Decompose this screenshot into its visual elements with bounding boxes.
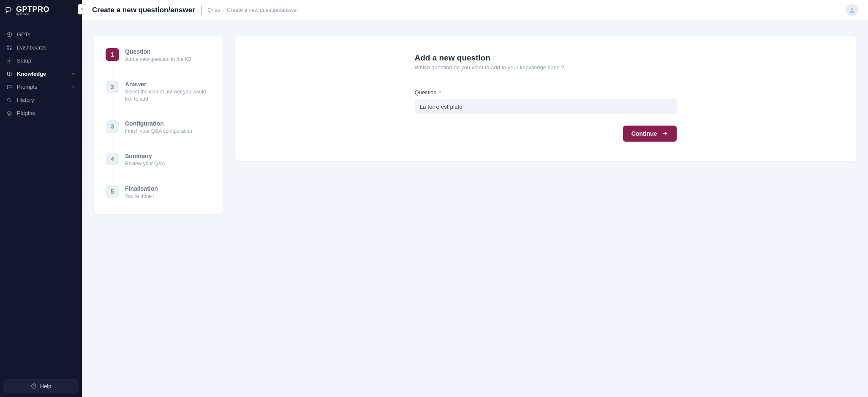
svg-rect-3 xyxy=(10,48,11,50)
sidebar: GPTPRO by Witivio GPTs Dashboards Setup xyxy=(0,0,82,397)
step-number: 2 xyxy=(106,81,119,93)
chevron-left-double-icon xyxy=(79,7,84,12)
question-input[interactable] xyxy=(415,99,677,114)
step-title: Question xyxy=(125,48,191,55)
step-answer[interactable]: 2 Answer Select the kind of answer you w… xyxy=(106,81,211,120)
brand-logo[interactable]: GPTPRO by Witivio xyxy=(0,0,82,20)
svg-rect-2 xyxy=(7,48,9,50)
step-number: 4 xyxy=(106,153,119,165)
continue-label: Continue xyxy=(631,130,657,137)
sidebar-item-label: Setup xyxy=(17,57,31,64)
user-icon xyxy=(848,6,856,14)
question-label-text: Question xyxy=(415,89,437,96)
brand-byline: by Witivio xyxy=(16,12,49,15)
user-avatar[interactable] xyxy=(846,4,858,16)
sidebar-item-plugins[interactable]: Plugins xyxy=(0,107,82,120)
sidebar-item-gpts[interactable]: GPTs xyxy=(0,28,82,41)
help-icon xyxy=(31,383,37,389)
layers-icon xyxy=(6,110,13,117)
required-mark: * xyxy=(439,89,441,96)
question-label: Question * xyxy=(415,89,441,96)
step-desc: Select the kind of answer you would like… xyxy=(125,88,211,103)
sidebar-item-label: Prompts xyxy=(17,84,37,90)
svg-point-7 xyxy=(851,8,853,10)
svg-point-5 xyxy=(7,98,10,101)
step-summary[interactable]: 4 Summary Review your Q&A xyxy=(106,153,211,185)
chevron-down-icon xyxy=(71,85,76,90)
step-configuration[interactable]: 3 Configuration Finish your Q&A configur… xyxy=(106,120,211,153)
step-title: Summary xyxy=(125,153,165,159)
header-divider xyxy=(201,6,202,14)
form-subtitle: Which question do you want to add to you… xyxy=(415,64,677,71)
step-desc: You're done ! xyxy=(125,193,158,200)
step-title: Finalisation xyxy=(125,185,158,192)
header: Create a new question/answer Qnas - Crea… xyxy=(82,0,868,20)
step-desc: Review your Q&A xyxy=(125,160,165,167)
sidebar-item-label: History xyxy=(17,97,34,103)
step-number: 5 xyxy=(106,185,119,198)
sidebar-collapse-button[interactable] xyxy=(78,4,86,14)
breadcrumb-root[interactable]: Qnas xyxy=(207,7,220,13)
sidebar-nav: GPTs Dashboards Setup Knowledge Prompts xyxy=(0,20,82,375)
sidebar-item-history[interactable]: History xyxy=(0,93,82,107)
gear-icon xyxy=(6,57,13,64)
step-number: 3 xyxy=(106,120,119,133)
sidebar-item-dashboards[interactable]: Dashboards xyxy=(0,41,82,54)
svg-rect-0 xyxy=(7,45,9,47)
breadcrumb: Qnas - Create a new question/answer xyxy=(207,7,298,13)
sidebar-item-setup[interactable]: Setup xyxy=(0,54,82,67)
form-title: Add a new question xyxy=(415,53,677,63)
search-icon xyxy=(6,97,13,104)
step-desc: Add a new question in the KB xyxy=(125,56,191,63)
grid-icon xyxy=(6,44,13,51)
step-title: Answer xyxy=(125,81,211,88)
step-title: Configuration xyxy=(125,120,192,127)
continue-button[interactable]: Continue xyxy=(623,126,677,142)
logo-mark-icon xyxy=(4,6,14,14)
page-title: Create a new question/answer xyxy=(92,6,195,14)
chevron-down-icon xyxy=(71,71,76,77)
step-finalisation[interactable]: 5 Finalisation You're done ! xyxy=(106,185,211,200)
svg-rect-1 xyxy=(10,45,11,47)
sidebar-item-label: GPTs xyxy=(17,31,30,38)
help-label: Help xyxy=(40,383,52,389)
help-button[interactable]: Help xyxy=(3,379,79,393)
svg-point-4 xyxy=(8,60,10,62)
sidebar-item-prompts[interactable]: Prompts xyxy=(0,80,82,93)
breadcrumb-separator: - xyxy=(223,7,224,13)
form-card: Add a new question Which question do you… xyxy=(235,36,856,161)
sidebar-item-label: Dashboards xyxy=(17,44,46,51)
arrow-right-icon xyxy=(661,130,668,137)
book-icon xyxy=(6,71,13,77)
sidebar-item-knowledge[interactable]: Knowledge xyxy=(0,67,82,80)
breadcrumb-current: Create a new question/answer xyxy=(227,7,298,13)
sidebar-item-label: Knowledge xyxy=(17,71,46,77)
sidebar-item-label: Plugins xyxy=(17,110,35,116)
stepper-card: 1 Question Add a new question in the KB … xyxy=(94,36,223,214)
step-number: 1 xyxy=(106,48,119,61)
step-desc: Finish your Q&A configuration xyxy=(125,128,192,135)
cube-icon xyxy=(6,31,13,38)
chat-icon xyxy=(6,84,13,90)
step-question[interactable]: 1 Question Add a new question in the KB xyxy=(106,48,211,81)
